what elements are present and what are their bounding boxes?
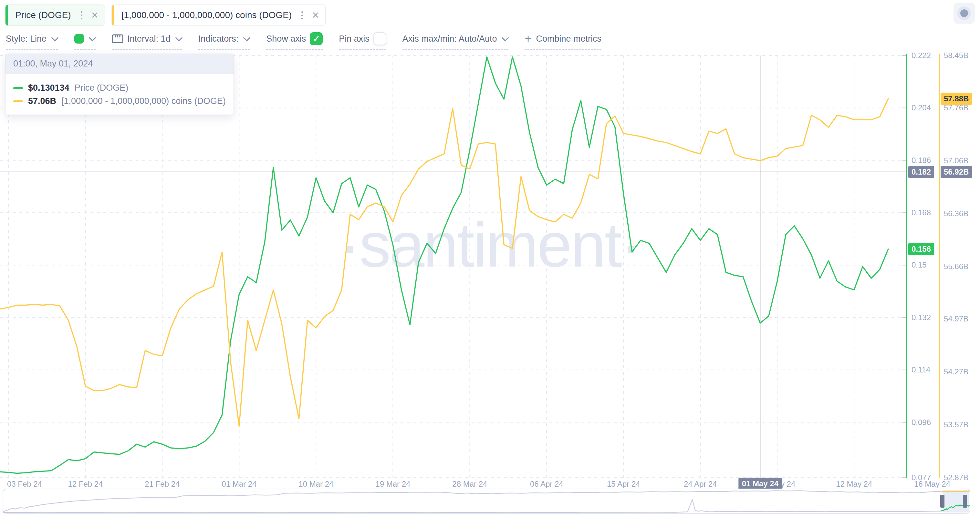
pin-axis-label: Pin axis [339, 34, 369, 44]
ruler-icon [112, 34, 123, 44]
tab-accent-yellow [112, 5, 115, 25]
navigator-handle-right[interactable] [963, 495, 967, 507]
indicators-label: Indicators: [198, 34, 239, 44]
color-swatch [74, 34, 84, 44]
style-dropdown[interactable]: Style: Line [6, 32, 58, 50]
navigator-chart [3, 490, 970, 513]
color-picker[interactable] [74, 32, 95, 50]
series-dash-yellow [13, 100, 23, 102]
close-icon[interactable]: × [91, 10, 98, 21]
combine-metrics-label: Combine metrics [536, 34, 601, 44]
pin-axis-toggle[interactable]: Pin axis [339, 32, 386, 50]
axis-maxmin-dropdown[interactable]: Axis max/min: Auto/Auto [402, 32, 509, 50]
range-navigator[interactable] [3, 488, 970, 514]
tooltip-row-price: $0.130134 Price (DOGE) [13, 83, 226, 93]
tab-label: Price (DOGE) [15, 10, 71, 20]
chevron-down-icon [243, 34, 251, 42]
tab-accent-green [5, 5, 8, 25]
style-label: Style: Line [6, 34, 46, 44]
tooltip-date: 01:00, May 01, 2024 [5, 54, 234, 74]
chevron-down-icon [175, 34, 183, 42]
tab-label: [1,000,000 - 1,000,000,000) coins (DOGE) [121, 10, 292, 20]
chevron-down-icon [502, 34, 509, 42]
chevron-down-icon [89, 34, 96, 42]
tab-supply-band-doge[interactable]: [1,000,000 - 1,000,000,000) coins (DOGE)… [111, 5, 326, 26]
series-dash-green [13, 87, 23, 89]
tooltip-price-value: $0.130134 [28, 83, 70, 93]
metric-tabs: Price (DOGE) × [1,000,000 - 1,000,000,00… [5, 5, 326, 26]
tooltip-row-supply: 57.06B [1,000,000 - 1,000,000,000) coins… [13, 96, 226, 106]
show-axis-label: Show axis [266, 34, 306, 44]
tooltip-supply-label: [1,000,000 - 1,000,000,000) coins (DOGE) [61, 96, 226, 106]
chevron-down-icon [51, 34, 59, 42]
kebab-menu-icon[interactable] [300, 10, 304, 21]
plus-icon: + [525, 33, 531, 44]
screenshot-button[interactable] [953, 3, 975, 24]
combine-metrics-button[interactable]: + Combine metrics [525, 32, 601, 50]
indicators-dropdown[interactable]: Indicators: [198, 32, 250, 50]
chart-tooltip: 01:00, May 01, 2024 $0.130134 Price (DOG… [5, 54, 234, 115]
kebab-menu-icon[interactable] [80, 10, 84, 21]
chart-toolbar: Style: Line Interval: 1d Indicators: Sho… [6, 32, 601, 50]
tab-price-doge[interactable]: Price (DOGE) × [5, 5, 105, 26]
interval-dropdown[interactable]: Interval: 1d [112, 32, 182, 50]
tooltip-price-label: Price (DOGE) [75, 83, 129, 93]
axis-maxmin-label: Axis max/min: Auto/Auto [402, 34, 497, 44]
close-icon[interactable]: × [312, 10, 319, 21]
santiment-chart-app: ·santiment· Price (DOGE) × [1,000,000 - … [0, 0, 980, 517]
checkbox-checked-icon[interactable]: ✓ [310, 32, 323, 45]
tooltip-supply-value: 57.06B [28, 96, 56, 106]
interval-label: Interval: 1d [127, 34, 170, 44]
record-circle-icon [958, 6, 971, 20]
navigator-handle-left[interactable] [940, 495, 945, 507]
checkbox-unchecked-icon[interactable] [373, 32, 386, 45]
show-axis-toggle[interactable]: Show axis ✓ [266, 32, 323, 50]
